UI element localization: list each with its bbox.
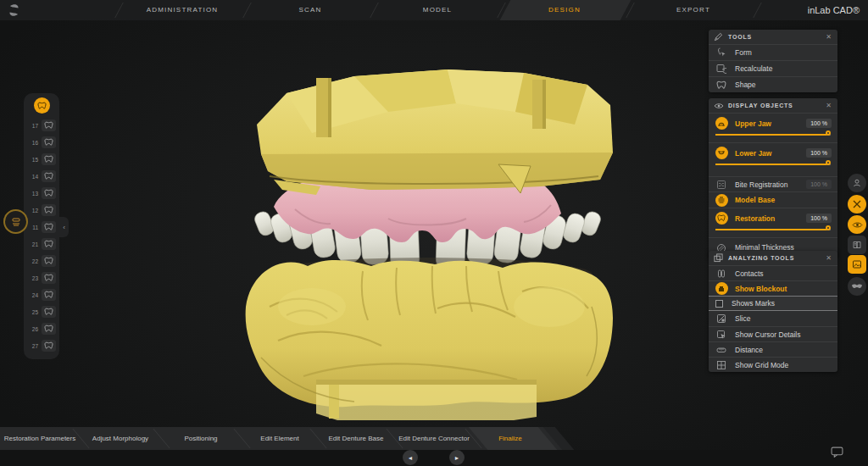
step-adjust-morphology[interactable]: Adjust Morphology <box>81 427 159 450</box>
upper-jaw-icon <box>715 117 728 130</box>
step-restoration-parameters[interactable]: Restoration Parameters <box>1 427 79 450</box>
tooth-row-23[interactable]: 23 <box>24 269 59 286</box>
feedback-chat-button[interactable] <box>831 447 843 458</box>
tooth-row-12[interactable]: 12 <box>24 202 59 219</box>
screenshot-button[interactable] <box>848 255 866 274</box>
display-label: Restoration <box>735 214 775 223</box>
lower-jaw-cast <box>246 260 613 420</box>
recalculate-icon <box>715 64 728 74</box>
analyze-contacts[interactable]: Contacts <box>709 265 837 280</box>
display-row-restoration[interactable]: Restoration 100 % <box>709 208 837 237</box>
tooth-icon[interactable] <box>42 119 56 131</box>
grid-icon <box>715 360 728 370</box>
chevron-left-icon: ‹ <box>63 224 65 231</box>
tooth-icon[interactable] <box>42 340 56 352</box>
tooth-icon[interactable] <box>42 306 56 318</box>
display-objects-toggle-button[interactable] <box>848 215 866 234</box>
tooth-row-26[interactable]: 26 <box>24 320 59 337</box>
tooth-row-17[interactable]: 17 <box>24 117 59 134</box>
tooth-row-11[interactable]: 11 <box>24 219 59 236</box>
tooth-row-25[interactable]: 25 <box>24 303 59 320</box>
display-row-upper-jaw[interactable]: Upper Jaw 100 % <box>709 113 837 142</box>
tab-design[interactable]: DESIGN <box>501 0 628 20</box>
analyze-show-blockout[interactable]: Show Blockout <box>709 280 837 296</box>
tooth-row-14[interactable]: 14 <box>24 168 59 185</box>
slider-knob[interactable] <box>826 130 831 136</box>
opacity-value: 100 % <box>806 180 832 189</box>
step-positioning[interactable]: Positioning <box>162 427 240 450</box>
tooth-row-15[interactable]: 15 <box>24 151 59 168</box>
tooth-number: 24 <box>29 292 38 298</box>
edit-tools-button[interactable] <box>848 195 866 214</box>
tooth-row-22[interactable]: 22 <box>24 252 59 269</box>
tooth-row-21[interactable]: 21 <box>24 236 59 252</box>
view-mode-button[interactable] <box>848 277 866 296</box>
tool-form[interactable]: Form <box>709 44 837 60</box>
tooth-icon[interactable] <box>42 289 56 301</box>
previous-step-button[interactable]: ◄ <box>403 450 418 465</box>
analyze-show-grid-mode[interactable]: Show Grid Mode <box>709 357 837 372</box>
bottom-strip <box>0 450 868 466</box>
tab-scan[interactable]: SCAN <box>247 0 374 20</box>
panel-title: DISPLAY OBJECTS <box>728 103 825 108</box>
tooth-icon[interactable] <box>42 170 56 182</box>
close-icon[interactable]: ✕ <box>825 254 832 262</box>
restoration-opacity-slider[interactable] <box>715 226 831 234</box>
tooth-icon[interactable] <box>42 136 56 148</box>
close-icon[interactable]: ✕ <box>825 33 832 41</box>
side-panel-button[interactable] <box>848 236 866 254</box>
analyze-label: Show Blockout <box>735 285 787 293</box>
tooth-icon[interactable] <box>42 204 56 216</box>
view-indicator-badge[interactable] <box>3 209 28 234</box>
tooth-icon[interactable] <box>42 187 56 199</box>
jaw-model-3d[interactable] <box>236 53 621 434</box>
display-label: Bite Registration <box>735 180 787 189</box>
slider-knob[interactable] <box>826 160 831 165</box>
contacts-icon <box>715 269 728 279</box>
analyze-distance[interactable]: Distance <box>709 341 837 357</box>
analyze-slice[interactable]: Slice <box>709 311 837 326</box>
upper-jaw-opacity-slider[interactable] <box>715 131 831 139</box>
tooth-icon[interactable] <box>42 272 56 284</box>
tooth-icon[interactable] <box>42 238 56 250</box>
tooth-number: 26 <box>29 326 38 332</box>
tooth-row-16[interactable]: 16 <box>24 134 59 151</box>
app-brand: inLab CAD® <box>808 0 860 20</box>
tooth-number: 12 <box>29 208 38 214</box>
tooth-number: 14 <box>29 174 38 180</box>
display-row-model-base[interactable]: Model Base <box>709 191 837 208</box>
tooth-selector-bar: 17 16 15 14 13 12 11 21 22 23 24 25 <box>24 93 59 359</box>
display-row-lower-jaw[interactable]: Lower Jaw 100 % <box>709 142 837 172</box>
chat-bubble-icon <box>831 447 843 458</box>
step-edit-denture-base[interactable]: Edit Denture Base <box>317 427 395 450</box>
analyze-shows-marks[interactable]: Shows Marks <box>709 296 837 311</box>
tooth-icon[interactable] <box>42 255 56 267</box>
sidebar-collapse-button[interactable]: ‹ <box>59 217 69 237</box>
tooth-icon[interactable] <box>42 153 56 165</box>
tab-export[interactable]: EXPORT <box>630 0 757 20</box>
tooth-icon[interactable] <box>42 323 56 335</box>
analyze-label: Show Cursor Details <box>735 330 800 339</box>
shows-marks-checkbox[interactable] <box>715 300 723 308</box>
display-row-bite-registration[interactable]: Bite Registration 100 % <box>709 176 837 191</box>
analyze-label: Show Grid Mode <box>735 361 788 369</box>
step-finalize[interactable]: Finalize <box>471 427 549 450</box>
tab-model[interactable]: MODEL <box>374 0 501 20</box>
tooth-icon[interactable] <box>42 221 56 233</box>
step-edit-denture-connector[interactable]: Edit Denture Connector <box>395 427 473 450</box>
tooth-row-24[interactable]: 24 <box>24 286 59 303</box>
tab-administration[interactable]: ADMINISTRATION <box>119 0 246 20</box>
tool-shape[interactable]: Shape <box>709 76 837 92</box>
lower-jaw-opacity-slider[interactable] <box>715 161 831 169</box>
analyze-show-cursor-details[interactable]: Show Cursor Details <box>709 326 837 341</box>
support-contact-button[interactable] <box>848 174 866 192</box>
close-icon[interactable]: ✕ <box>825 102 832 109</box>
next-step-button[interactable]: ► <box>449 450 465 465</box>
step-edit-element[interactable]: Edit Element <box>241 427 319 450</box>
slider-knob[interactable] <box>826 225 831 230</box>
tooth-row-13[interactable]: 13 <box>24 185 59 202</box>
tooth-row-27[interactable]: 27 <box>24 337 59 354</box>
tools-icon <box>852 199 862 209</box>
tooth-selector-header-button[interactable] <box>34 97 50 114</box>
tool-recalculate[interactable]: Recalculate <box>709 60 837 76</box>
